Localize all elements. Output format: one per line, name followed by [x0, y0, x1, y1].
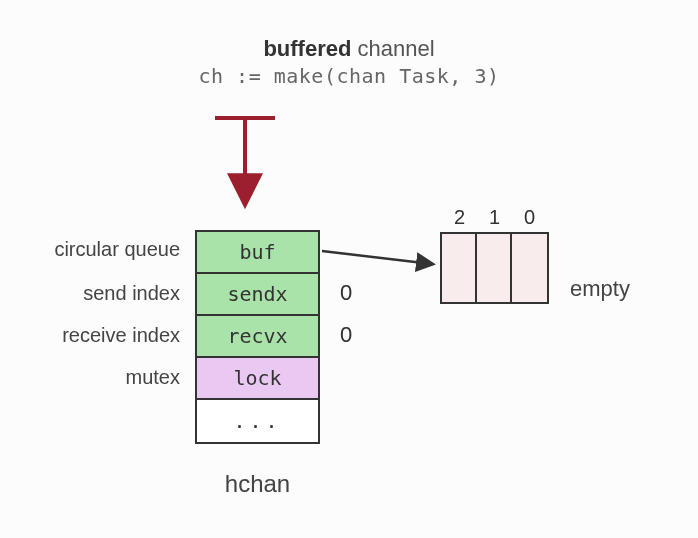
queue-state-label: empty [570, 276, 630, 302]
field-sendx: sendx [197, 274, 318, 316]
diagram-title: buffered channel [0, 36, 698, 62]
struct-name: hchan [195, 470, 320, 498]
value-recvx: 0 [340, 322, 352, 348]
label-recvx: receive index [10, 324, 180, 347]
label-buf: circular queue [10, 238, 180, 261]
queue-slot-2 [442, 234, 477, 302]
queue-index-0: 0 [512, 206, 547, 229]
buf-to-queue-arrow [322, 251, 432, 264]
queue-index-2: 2 [442, 206, 477, 229]
queue-slot-1 [477, 234, 512, 302]
title-rest: channel [351, 36, 434, 61]
field-lock: lock [197, 358, 318, 400]
code-line: ch := make(chan Task, 3) [0, 64, 698, 88]
field-recvx: recvx [197, 316, 318, 358]
queue-slot-0 [512, 234, 547, 302]
circular-queue [440, 232, 549, 304]
field-buf: buf [197, 232, 318, 274]
hchan-struct: buf sendx recvx lock ... [195, 230, 320, 444]
field-more: ... [197, 400, 318, 442]
label-sendx: send index [10, 282, 180, 305]
label-lock: mutex [10, 366, 180, 389]
title-bold: buffered [263, 36, 351, 61]
value-sendx: 0 [340, 280, 352, 306]
queue-index-1: 1 [477, 206, 512, 229]
